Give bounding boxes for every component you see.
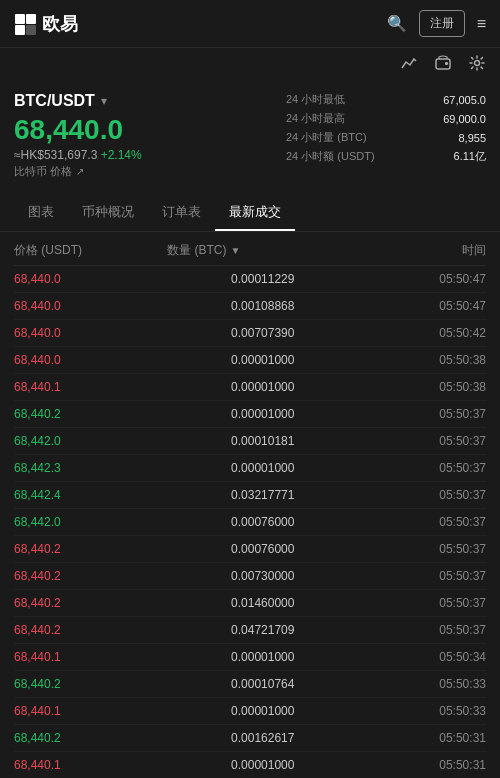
trade-price: 68,440.0	[14, 326, 167, 340]
trade-price: 68,442.0	[14, 515, 167, 529]
table-row: 68,440.1 0.00001000 05:50:34	[14, 644, 486, 671]
trade-price: 68,442.3	[14, 461, 167, 475]
menu-icon[interactable]: ≡	[477, 15, 486, 33]
tabs: 图表币种概况订单表最新成交	[0, 193, 500, 232]
table-row: 68,442.3 0.00001000 05:50:37	[14, 455, 486, 482]
trade-time: 05:50:42	[358, 326, 486, 340]
register-button[interactable]: 注册	[419, 10, 465, 37]
logo-text: 欧易	[42, 12, 78, 36]
trade-amount: 0.00011229	[167, 272, 358, 286]
stat-row: 24 小时量 (BTC) 8,955	[286, 130, 486, 145]
search-icon[interactable]: 🔍	[387, 14, 407, 33]
tab-币种概况[interactable]: 币种概况	[68, 193, 148, 231]
trade-price: 68,440.0	[14, 272, 167, 286]
stat-label-2: 24 小时量 (BTC)	[286, 130, 367, 145]
stat-row: 24 小时最高 69,000.0	[286, 111, 486, 126]
stat-value-3: 6.11亿	[454, 149, 486, 164]
trade-amount: 0.00076000	[167, 515, 358, 529]
trade-list: 价格 (USDT) 数量 (BTC) ▼ 时间 68,440.0 0.00011…	[0, 232, 500, 778]
price-change: +2.14%	[101, 148, 142, 162]
settings-icon[interactable]	[468, 54, 486, 76]
stat-row: 24 小时额 (USDT) 6.11亿	[286, 149, 486, 164]
trade-amount: 0.00001000	[167, 758, 358, 772]
trade-price: 68,440.2	[14, 623, 167, 637]
wallet-icon[interactable]	[434, 54, 452, 76]
table-row: 68,440.0 0.00108868 05:50:47	[14, 293, 486, 320]
trading-left: BTC/USDT ▾ 68,440.0 ≈HK$531,697.3 +2.14%…	[14, 92, 276, 179]
trade-rows-container: 68,440.0 0.00011229 05:50:47 68,440.0 0.…	[14, 266, 486, 778]
trade-amount: 0.00001000	[167, 704, 358, 718]
price-col-header: 价格 (USDT)	[14, 242, 167, 259]
svg-rect-2	[15, 25, 25, 35]
trade-amount: 0.00076000	[167, 542, 358, 556]
svg-rect-3	[26, 25, 36, 35]
trade-amount: 0.00001000	[167, 407, 358, 421]
pair-arrow: ▾	[101, 94, 107, 108]
trading-info: BTC/USDT ▾ 68,440.0 ≈HK$531,697.3 +2.14%…	[0, 82, 500, 189]
trade-price: 68,440.0	[14, 353, 167, 367]
trade-time: 05:50:37	[358, 569, 486, 583]
trade-time: 05:50:34	[358, 650, 486, 664]
filter-icon[interactable]: ▼	[230, 245, 240, 256]
trade-price: 68,440.1	[14, 758, 167, 772]
price-main: 68,440.0	[14, 114, 276, 146]
trade-amount: 0.00001000	[167, 461, 358, 475]
price-hk-value: ≈HK$531,697.3	[14, 148, 97, 162]
stat-row: 24 小时最低 67,005.0	[286, 92, 486, 107]
table-row: 68,440.0 0.00011229 05:50:47	[14, 266, 486, 293]
price-hk: ≈HK$531,697.3 +2.14%	[14, 148, 276, 162]
trade-amount: 0.00730000	[167, 569, 358, 583]
trade-time: 05:50:37	[358, 623, 486, 637]
pair-name: BTC/USDT	[14, 92, 95, 110]
trade-time: 05:50:37	[358, 407, 486, 421]
trade-time: 05:50:37	[358, 596, 486, 610]
table-row: 68,440.1 0.00001000 05:50:33	[14, 698, 486, 725]
tab-最新成交[interactable]: 最新成交	[215, 193, 295, 231]
trade-time: 05:50:37	[358, 488, 486, 502]
svg-rect-5	[445, 62, 448, 65]
trade-amount: 0.00001000	[167, 650, 358, 664]
trade-time: 05:50:37	[358, 515, 486, 529]
table-row: 68,440.1 0.00001000 05:50:31	[14, 752, 486, 778]
trade-amount: 0.00108868	[167, 299, 358, 313]
trade-time: 05:50:33	[358, 677, 486, 691]
trade-time: 05:50:31	[358, 731, 486, 745]
table-row: 68,440.0 0.00001000 05:50:38	[14, 347, 486, 374]
trade-amount: 0.00010764	[167, 677, 358, 691]
trade-time: 05:50:31	[358, 758, 486, 772]
tab-图表[interactable]: 图表	[14, 193, 68, 231]
table-row: 68,440.2 0.01460000 05:50:37	[14, 590, 486, 617]
trade-amount: 0.04721709	[167, 623, 358, 637]
trade-amount: 0.03217771	[167, 488, 358, 502]
stat-label-0: 24 小时最低	[286, 92, 345, 107]
trade-amount: 0.00010181	[167, 434, 358, 448]
table-row: 68,442.0 0.00010181 05:50:37	[14, 428, 486, 455]
trade-time: 05:50:47	[358, 299, 486, 313]
stat-label-3: 24 小时额 (USDT)	[286, 149, 375, 164]
chart-icon[interactable]	[400, 54, 418, 76]
header-right: 🔍 注册 ≡	[387, 10, 486, 37]
trade-time: 05:50:37	[358, 434, 486, 448]
svg-rect-1	[26, 14, 36, 24]
amount-col-header: 数量 (BTC) ▼	[167, 242, 358, 259]
trade-amount: 0.00707390	[167, 326, 358, 340]
tab-订单表[interactable]: 订单表	[148, 193, 215, 231]
logo-icon	[14, 13, 36, 35]
external-link-icon[interactable]: ↗	[76, 166, 84, 177]
stat-value-2: 8,955	[458, 132, 486, 144]
table-row: 68,440.2 0.00730000 05:50:37	[14, 563, 486, 590]
trade-price: 68,440.2	[14, 731, 167, 745]
trading-stats: 24 小时最低 67,005.0 24 小时最高 69,000.0 24 小时量…	[286, 92, 486, 179]
trade-price: 68,440.2	[14, 677, 167, 691]
sub-header	[0, 48, 500, 82]
table-row: 68,440.2 0.00010764 05:50:33	[14, 671, 486, 698]
logo-area: 欧易	[14, 12, 78, 36]
price-subtitle: 比特币 价格 ↗	[14, 164, 276, 179]
table-row: 68,440.2 0.00001000 05:50:37	[14, 401, 486, 428]
trade-time: 05:50:38	[358, 380, 486, 394]
svg-point-6	[475, 61, 480, 66]
trade-price: 68,440.2	[14, 542, 167, 556]
trade-price: 68,442.4	[14, 488, 167, 502]
pair-row: BTC/USDT ▾	[14, 92, 276, 110]
trade-table-header: 价格 (USDT) 数量 (BTC) ▼ 时间	[14, 232, 486, 266]
